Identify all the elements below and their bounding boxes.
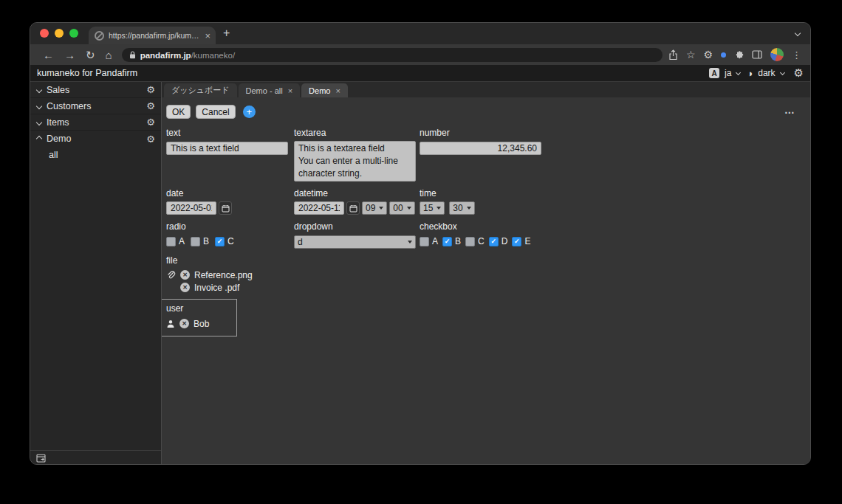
more-options-icon[interactable]: ⋯ (784, 106, 810, 118)
share-icon[interactable] (668, 49, 678, 61)
tab-search-chevron-icon[interactable] (795, 25, 800, 38)
calendar-button[interactable] (346, 201, 360, 215)
site-favicon-icon (95, 31, 104, 41)
sidebar-item-demo[interactable]: Demo ⚙ (30, 131, 161, 147)
checkbox-label: E (524, 236, 530, 246)
bookmark-star-icon[interactable]: ☆ (686, 49, 696, 61)
close-icon[interactable]: × (288, 86, 292, 95)
chevron-down-icon (467, 207, 471, 210)
date-input[interactable] (166, 201, 216, 215)
close-window-button[interactable] (40, 29, 49, 38)
checkbox-option[interactable]: E (512, 236, 530, 246)
gear-icon[interactable]: ⚙ (146, 84, 155, 95)
minimize-window-button[interactable] (55, 29, 64, 38)
sidebar-item-label: Items (47, 117, 141, 128)
remove-user-icon[interactable]: ✕ (179, 319, 189, 328)
sidebar-item-customers[interactable]: Customers ⚙ (30, 98, 161, 114)
sidebar-item-sales[interactable]: Sales ⚙ (30, 82, 161, 98)
sidebar-item-label: Demo (47, 134, 141, 144)
address-bar[interactable]: pandafirm.jp/kumaneko/ (122, 48, 663, 62)
profile-avatar[interactable] (770, 48, 784, 61)
ok-button[interactable]: OK (166, 105, 191, 119)
gear-icon[interactable]: ⚙ (146, 117, 155, 128)
user-field-group[interactable]: user ✕ Bob (157, 299, 237, 336)
tab-label: Demo (309, 86, 330, 95)
sidebar-item-demo-all[interactable]: all (30, 147, 161, 163)
reload-button[interactable]: ↻ (81, 49, 100, 61)
settings-gear-icon[interactable]: ⚙ (794, 66, 804, 80)
extension-dot-icon[interactable] (721, 52, 726, 58)
time-minute-select[interactable]: 30 (449, 201, 474, 215)
chevron-down-icon[interactable] (780, 69, 785, 75)
tab-demo[interactable]: Demo × (301, 83, 348, 97)
checkbox-input[interactable] (442, 237, 452, 246)
checkbox-option[interactable]: A (420, 236, 438, 246)
checkbox-input[interactable] (420, 237, 429, 246)
paperclip-icon (166, 270, 176, 280)
new-tab-button[interactable]: + (216, 27, 230, 44)
text-input[interactable] (166, 142, 288, 155)
cancel-button[interactable]: Cancel (196, 105, 235, 119)
lock-icon (129, 51, 136, 59)
radio-input[interactable] (215, 237, 225, 246)
sidebar-item-items[interactable]: Items ⚙ (30, 114, 161, 131)
chevron-down-icon[interactable] (736, 69, 741, 75)
browser-tab[interactable]: https://pandafirm.jp/kumaneko × (89, 27, 216, 44)
remove-file-icon[interactable]: ✕ (180, 283, 190, 292)
browser-menu-icon[interactable]: ⋮ (792, 49, 801, 61)
close-icon[interactable]: × (205, 31, 210, 41)
back-button[interactable]: ← (38, 49, 59, 61)
remove-file-icon[interactable]: ✕ (180, 270, 190, 280)
field-label-file: file (166, 255, 253, 266)
theme-selector[interactable]: dark (758, 68, 775, 78)
chevron-down-icon (36, 119, 42, 125)
field-label-text: text (166, 128, 294, 138)
extensions-puzzle-icon[interactable] (734, 50, 744, 60)
checkbox-option[interactable]: B (442, 236, 461, 246)
checkbox-option[interactable]: D (489, 236, 508, 246)
side-panel-icon[interactable] (752, 50, 762, 59)
close-icon[interactable]: × (335, 86, 340, 95)
field-label-textarea: textarea (294, 128, 420, 138)
field-label-number: number (420, 128, 589, 138)
gear-icon[interactable]: ⚙ (146, 134, 155, 145)
dropdown-select[interactable]: d (294, 235, 416, 249)
checkbox-input[interactable] (465, 237, 475, 246)
checkbox-input[interactable] (489, 237, 499, 246)
checkbox-input[interactable] (512, 237, 521, 246)
date-field-group: date (166, 188, 294, 215)
radio-label: B (203, 236, 209, 246)
radio-option[interactable]: C (215, 236, 234, 246)
language-selector[interactable]: ja (725, 68, 731, 78)
select-value: d (298, 237, 303, 247)
radio-option[interactable]: B (191, 236, 209, 246)
datetime-minute-select[interactable]: 00 (389, 201, 414, 215)
forward-button[interactable]: → (59, 49, 81, 61)
datetime-date-input[interactable] (294, 201, 344, 215)
extension-gear-icon[interactable]: ⚙ (703, 49, 713, 61)
radio-input[interactable] (191, 237, 200, 246)
expand-table-icon[interactable] (36, 454, 46, 463)
sidebar-item-label: Customers (47, 101, 141, 111)
tab-demo-all[interactable]: Demo - all × (239, 83, 301, 97)
zoom-window-button[interactable] (69, 29, 78, 38)
datetime-hour-select[interactable]: 09 (362, 201, 387, 215)
gear-icon[interactable]: ⚙ (146, 100, 155, 111)
number-input[interactable] (420, 142, 541, 155)
select-value: 00 (393, 203, 403, 213)
add-button[interactable]: + (243, 106, 256, 118)
home-button[interactable]: ⌂ (100, 49, 117, 61)
file-name[interactable]: Reference.png (194, 270, 253, 280)
textarea-input[interactable]: This is a textarea field You can enter a… (294, 141, 416, 182)
radio-option[interactable]: A (166, 236, 185, 246)
url-domain: pandafirm.jp (140, 51, 191, 60)
file-name[interactable]: Invoice .pdf (194, 283, 239, 293)
time-hour-select[interactable]: 15 (420, 201, 445, 215)
select-value: 15 (423, 203, 433, 213)
app-header-controls: A ja ◑ dark ⚙ (709, 66, 804, 80)
tab-dashboard[interactable]: ダッシュボード (164, 83, 237, 97)
radio-input[interactable] (166, 237, 176, 246)
browser-window: https://pandafirm.jp/kumaneko × + ← → ↻ … (30, 22, 811, 465)
calendar-button[interactable] (219, 201, 232, 215)
checkbox-option[interactable]: C (465, 236, 485, 246)
